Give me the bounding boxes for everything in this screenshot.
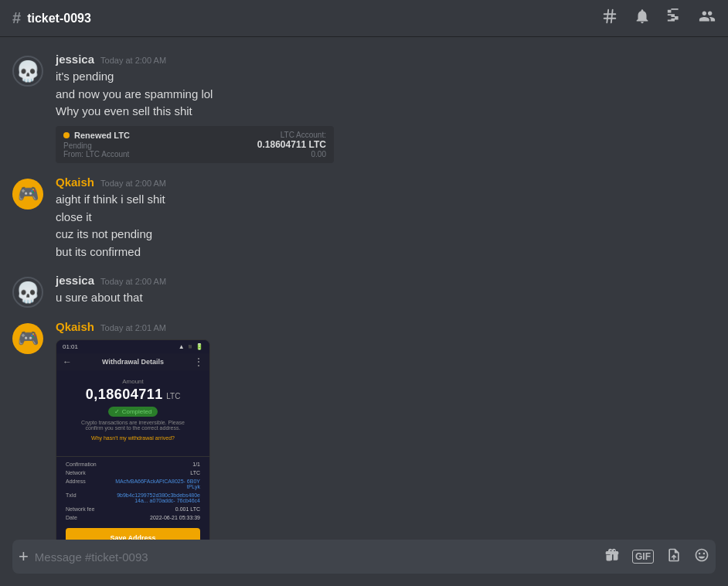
- row-value: MAcfvBA66FAckAFtCA8025- 6B0YtPLyk: [115, 479, 200, 489]
- message-input-wrapper: + GIF: [12, 540, 716, 574]
- row-label: Address: [66, 479, 86, 489]
- gift-icon[interactable]: [604, 547, 620, 567]
- hash-icon-header[interactable]: [601, 8, 618, 29]
- transaction-embed: Renewed LTC Pending From: LTC Account LT…: [56, 126, 334, 163]
- row-label: TxId: [66, 492, 77, 503]
- amount-label: Amount: [66, 378, 200, 385]
- message-header: Qkaish Today at 2:00 AM: [56, 175, 716, 189]
- save-address-button[interactable]: Save Address: [66, 528, 200, 540]
- status-dot: [63, 132, 70, 138]
- embed-status-row: Renewed LTC: [63, 131, 130, 140]
- skull-icon: 💀: [15, 281, 40, 305]
- emoji-picker-button[interactable]: [694, 547, 709, 567]
- embed-title: Renewed LTC: [74, 131, 130, 140]
- timestamp: Today at 2:01 AM: [100, 323, 166, 332]
- tx-row-fee: Network fee 0.001 LTC: [56, 505, 209, 513]
- bell-icon[interactable]: [634, 8, 651, 29]
- status-bar: 01:01 ▲ ◾ 🔋: [56, 340, 209, 353]
- message-text: cuz its not pending: [56, 227, 716, 243]
- message-text: but its confirmed: [56, 244, 716, 261]
- message-text: aight if think i sell shit: [56, 192, 716, 208]
- message-text: close it: [56, 210, 716, 226]
- row-label: Network fee: [66, 506, 94, 512]
- message-group: 💀 jessica Today at 2:00 AM u sure about …: [0, 271, 728, 311]
- more-icon[interactable]: ⋮: [194, 356, 203, 367]
- message-input[interactable]: [35, 550, 598, 564]
- pin-icon[interactable]: [666, 8, 683, 29]
- row-label: Confirmation: [66, 462, 97, 467]
- message-header: jessica Today at 2:00 AM: [56, 53, 716, 66]
- tx-title: Withdrawal Details: [102, 358, 164, 366]
- messages-area: 💀 jessica Today at 2:00 AM it's pending …: [0, 37, 728, 540]
- upload-icon[interactable]: [666, 547, 682, 567]
- tx-header: ← Withdrawal Details ⋮: [56, 353, 209, 370]
- tx-row-txid: TxId 9b9b4c1299752d380c3bdebs480e14a... …: [56, 491, 209, 505]
- avatar: 💀: [12, 277, 43, 308]
- message-content: jessica Today at 2:00 AM u sure about th…: [56, 274, 716, 308]
- signal-icons: ▲ ◾ 🔋: [179, 343, 203, 350]
- embed-secondary-amount: 0.00: [257, 150, 326, 158]
- row-value: 9b9b4c1299752d380c3bdebs480e14a... a070a…: [115, 492, 200, 503]
- message-group: 🎮 Qkaish Today at 2:00 AM aight if think…: [0, 172, 728, 265]
- tx-unit: LTC: [166, 392, 180, 400]
- gif-button[interactable]: GIF: [632, 550, 654, 564]
- username: jessica: [56, 53, 94, 66]
- embed-left: Renewed LTC Pending From: LTC Account: [63, 131, 130, 158]
- timestamp: Today at 2:00 AM: [100, 277, 166, 286]
- tx-status: ✓Completed: [108, 407, 158, 417]
- message-group: 🎮 Qkaish Today at 2:01 AM 01:01 ▲ ◾ 🔋 ← …: [0, 317, 728, 540]
- tx-amount: 0,18604711: [86, 387, 163, 402]
- add-attachment-button[interactable]: +: [19, 547, 29, 567]
- tx-link[interactable]: Why hasn't my withdrawal arrived?: [66, 435, 200, 441]
- message-text: Why you even sell this shit: [56, 104, 716, 120]
- timestamp: Today at 2:00 AM: [100, 179, 166, 188]
- input-bar: + GIF: [0, 540, 728, 586]
- timestamp: Today at 2:00 AM: [100, 56, 166, 65]
- input-toolbar: GIF: [604, 547, 709, 567]
- message-text: it's pending: [56, 69, 716, 85]
- row-value: LTC: [190, 470, 200, 475]
- transaction-screenshot: 01:01 ▲ ◾ 🔋 ← Withdrawal Details ⋮ Amoun…: [56, 339, 210, 540]
- channel-title: ticket-0093: [27, 12, 91, 26]
- members-icon[interactable]: [699, 8, 716, 29]
- skull-icon: 💀: [15, 60, 40, 83]
- username: Qkaish: [56, 175, 94, 189]
- tx-warning: Crypto transactions are irreversible. Pl…: [66, 420, 200, 431]
- message-header: jessica Today at 2:00 AM: [56, 274, 716, 287]
- message-content: Qkaish Today at 2:01 AM 01:01 ▲ ◾ 🔋 ← Wi…: [56, 320, 716, 540]
- tx-amount-row: 0,18604711 LTC: [66, 387, 200, 403]
- tx-row-network: Network LTC: [56, 468, 209, 477]
- tx-row-date: Date 2022-06-21 05:33:39: [56, 513, 209, 522]
- embed-right: LTC Account: 0.18604711 LTC 0.00: [257, 131, 326, 158]
- discord-icon: 🎮: [18, 184, 39, 204]
- divider: [56, 456, 209, 457]
- avatar: 🎮: [12, 179, 43, 210]
- embed-from: From: LTC Account: [63, 150, 130, 158]
- embed-amount: 0.18604711 LTC: [257, 139, 326, 150]
- username: jessica: [56, 274, 94, 287]
- row-label: Network: [66, 470, 86, 475]
- message-content: Qkaish Today at 2:00 AM aight if think i…: [56, 175, 716, 262]
- embed-status: Pending: [63, 141, 130, 150]
- tx-body: Amount 0,18604711 LTC ✓Completed Crypto …: [56, 370, 209, 453]
- row-value: 2022-06-21 05:33:39: [150, 515, 200, 520]
- embed-account-label: LTC Account:: [257, 131, 326, 139]
- svg-line-2: [607, 10, 608, 23]
- header-actions: [601, 8, 716, 29]
- tx-row-address: Address MAcfvBA66FAckAFtCA8025- 6B0YtPLy…: [56, 477, 209, 491]
- row-value: 0.001 LTC: [175, 506, 200, 512]
- channel-header: # ticket-0093: [0, 0, 728, 37]
- avatar: 🎮: [12, 323, 43, 354]
- tx-row-confirmations: Confirmation 1/1: [56, 460, 209, 468]
- row-label: Date: [66, 515, 77, 520]
- svg-line-3: [611, 10, 613, 23]
- avatar: 💀: [12, 56, 43, 87]
- back-icon[interactable]: ←: [63, 356, 72, 367]
- discord-icon: 🎮: [18, 329, 39, 349]
- message-group: 💀 jessica Today at 2:00 AM it's pending …: [0, 49, 728, 166]
- message-content: jessica Today at 2:00 AM it's pending an…: [56, 53, 716, 163]
- time-display: 01:01: [63, 343, 78, 350]
- username: Qkaish: [56, 320, 94, 333]
- hash-icon: #: [12, 9, 21, 27]
- row-value: 1/1: [192, 462, 200, 467]
